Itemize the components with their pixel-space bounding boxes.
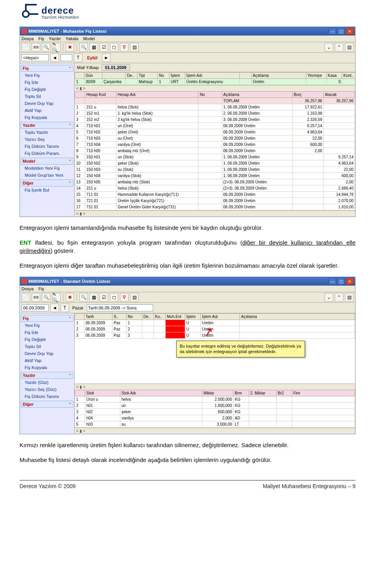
table-row[interactable]: 1151 uhelva (Stok)1. 06.09.2009 Üretim17… — [75, 104, 355, 110]
filter-t-icon[interactable]: T — [74, 53, 82, 62]
control-icon[interactable]: ∇ — [120, 293, 129, 302]
uncheck-icon[interactable]: ◻ — [110, 293, 118, 302]
col-header[interactable]: No — [127, 314, 142, 320]
sidebar-item[interactable]: Model Grup'tan Yeni — [21, 172, 73, 179]
h-scroll-bottom[interactable]: < ▮ > — [75, 210, 355, 217]
sidebar-item[interactable]: Devre Dışı Yap — [21, 350, 73, 357]
sidebar-group-diğer[interactable]: Diğer⌃ — [21, 179, 73, 187]
view-icon[interactable]: 🔍 — [42, 293, 50, 302]
sidebar-item[interactable]: Fiş Döküm Tanımı — [21, 393, 73, 400]
col-header[interactable]: Gün — [84, 73, 102, 79]
col-header[interactable]: Açıklama — [252, 73, 306, 79]
sidebar-item[interactable]: Fiş İzle — [21, 79, 73, 86]
left-icon[interactable]: ◄ — [50, 53, 59, 62]
sidebar-item[interactable]: Yazıcı Seç — [21, 136, 73, 143]
col-header[interactable]: No — [158, 73, 170, 79]
col-header[interactable]: Kasa — [327, 73, 342, 79]
scope-select[interactable] — [21, 54, 49, 61]
stack-icon[interactable]: ▤ — [130, 293, 139, 302]
table-row[interactable]: 3h02şeker600,000KG — [75, 409, 355, 415]
col-header[interactable]: Hesap Kod — [85, 92, 116, 98]
sidebar-item[interactable]: Fiş İzle — [21, 329, 73, 336]
sidebar-item[interactable]: Fiş Döküm Param. — [21, 150, 73, 157]
layout-icon[interactable]: ▦ — [89, 43, 98, 52]
filter-num[interactable] — [61, 54, 72, 61]
col-header[interactable]: Açıklama — [240, 314, 355, 320]
maximize-button[interactable]: ▢ — [337, 278, 345, 285]
menu-yazdır[interactable]: Yazdır — [49, 36, 61, 41]
table-row[interactable]: 2152 m11. kg'lık helva (Stok)2. 06.09.20… — [75, 110, 355, 117]
exp-up-icon[interactable]: ⌃ — [335, 293, 343, 302]
new-icon[interactable]: 📄 — [21, 293, 30, 302]
right-icon[interactable]: ► — [102, 53, 111, 62]
table-row[interactable]: 106.09.2009Paz1UUretim — [75, 320, 355, 326]
stack-icon[interactable]: ▤ — [130, 43, 139, 52]
col-header[interactable]: Hesap Adı — [116, 92, 198, 98]
minimize-button[interactable]: — — [329, 278, 336, 285]
exp-up-icon[interactable]: ⌃ — [335, 43, 343, 52]
table-row[interactable]: 206.09.2009Paz2UUretim — [75, 326, 355, 332]
table-row[interactable]: 7710 h04vanilya (Üret)06.09.2009 Üretim6… — [75, 142, 355, 148]
h-scroll-top[interactable]: < ▮ > — [75, 85, 355, 91]
menu-yakala[interactable]: Yakala — [66, 36, 79, 41]
sidebar-group-yazdır[interactable]: Yazdır⌃ — [21, 372, 73, 379]
table-row[interactable]: 5710 h02şeker (Üret)06.09.2009 Üretim4.9… — [75, 129, 355, 135]
detail-grid[interactable]: StokStok AdıMiktarBrm2. MiktarBr2Fire1Ür… — [75, 390, 355, 428]
table-row[interactable]: 2h01un1.800,000KG — [75, 403, 355, 409]
table-row[interactable]: 5h03su3.000,00LT — [75, 421, 355, 428]
col-header[interactable] — [75, 73, 84, 79]
close-button[interactable]: ✕ — [346, 278, 354, 285]
col-header[interactable]: Açıklama — [222, 92, 292, 98]
close-button[interactable]: ✕ — [346, 28, 354, 35]
detail-grid[interactable]: Hesap KodHesap AdıNoAçıklamaBorçAlacakTO… — [75, 91, 355, 210]
uncheck-icon[interactable]: ◻ — [110, 43, 118, 52]
menu-fiş[interactable]: Fiş — [38, 36, 44, 41]
col-header[interactable]: S.. — [112, 314, 127, 320]
col-header[interactable]: Yevmiye — [306, 73, 327, 79]
left-icon[interactable]: ◄ — [50, 304, 59, 312]
sidebar-item[interactable]: Yazdır (Düz) — [21, 379, 73, 386]
table-row[interactable]: 8710 h05ambalaj mlz (Üret)06.09.2009 Üre… — [75, 148, 355, 154]
menu-model[interactable]: Model — [83, 36, 95, 41]
sidebar-group-fiş[interactable]: Fiş⌃ — [21, 65, 73, 72]
col-header[interactable] — [75, 314, 84, 320]
sidebar-group-model[interactable]: Model⌃ — [21, 158, 73, 165]
col-header[interactable]: De.. — [142, 314, 154, 320]
col-header[interactable] — [240, 73, 252, 79]
check-icon[interactable]: ☑ — [100, 293, 108, 302]
sidebar-group-diğer[interactable]: Diğer⌃ — [21, 401, 73, 408]
titlebar[interactable]: MM09MALIYET - Muhasebe Fiş Listesi — ▢ ✕ — [20, 27, 355, 36]
table-row[interactable]: 4710 h01un (Üret)06.09.2009 Üretim9.257,… — [75, 123, 355, 129]
menu-dosya[interactable]: Dosya — [21, 36, 34, 41]
top-grid[interactable]: GünDe..TipiNoİşlemİşlem AdıAçıklamaYevmi… — [75, 72, 355, 85]
table-row[interactable]: 3152 m22 kg'lık helva (Stok)3. 06.09.200… — [75, 117, 355, 123]
exp-down-icon[interactable]: ⌄ — [325, 43, 333, 52]
sidebar-item[interactable]: Yeni Fiş — [21, 72, 73, 79]
col-header[interactable]: De.. — [126, 73, 138, 79]
h-scroll-bottom[interactable]: < ▮ > — [75, 428, 355, 434]
sidebar-item[interactable]: Modelden Yeni Fiş — [21, 165, 73, 172]
menu-dosya[interactable]: Dosya — [21, 286, 34, 291]
col-header[interactable] — [75, 390, 85, 396]
col-header[interactable]: Fire — [292, 390, 355, 396]
col-header[interactable]: Muh.Ent — [166, 314, 185, 320]
table-row[interactable]: 12150 h04vanilya (Stok)1. 06.09.2009 Üre… — [75, 173, 355, 179]
check-icon[interactable]: ☑ — [100, 43, 108, 52]
list-icon[interactable]: ≡≡ — [32, 293, 40, 302]
edit-icon[interactable]: ✎🔍 — [52, 43, 61, 52]
col-header[interactable]: Tarih — [84, 314, 112, 320]
table-row[interactable]: 306.09.2009Paz3UUretim — [75, 332, 355, 339]
minimize-button[interactable]: — — [329, 28, 336, 35]
col-header[interactable]: Kont.. — [342, 73, 355, 79]
table-row[interactable]: 130/09ÇarşambaMahsup1URTÜretim Entegrasy… — [75, 79, 355, 85]
col-header[interactable]: Br2 — [277, 390, 292, 396]
sidebar-item[interactable]: Fiş Değiştir — [21, 336, 73, 343]
filter-t-icon[interactable]: T — [61, 304, 69, 312]
table-row[interactable]: 15711 01Hammadde Kullanım Karşılığı(711)… — [75, 192, 355, 198]
sidebar-item[interactable]: Toplu Yazdır — [21, 129, 73, 136]
table-row[interactable]: 16721 01Üretim İşçilik Karşılığı(721)06.… — [75, 198, 355, 204]
list-icon[interactable]: ≡≡ — [32, 43, 40, 52]
table-row[interactable]: 1Ürün uhelva2.000,000KG — [75, 396, 355, 403]
delete-icon[interactable]: ✖ — [66, 43, 74, 52]
sidebar-item[interactable]: Fiş İçerik Bul — [21, 187, 73, 194]
